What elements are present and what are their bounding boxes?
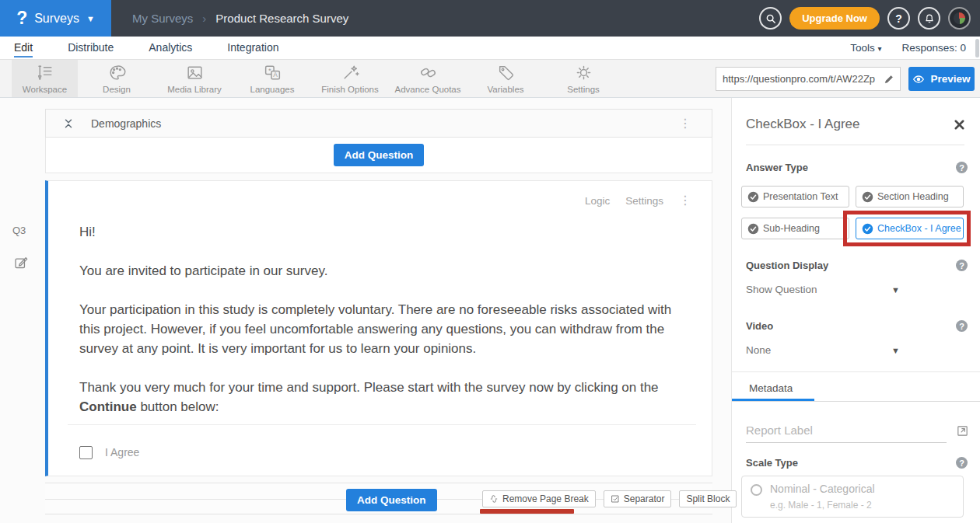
question-number-label: Q3	[12, 225, 26, 236]
scale-type-label: Scale Type	[746, 457, 798, 469]
agree-label: I Agree	[105, 443, 139, 462]
notifications-button[interactable]	[918, 7, 940, 30]
add-question-button-bottom[interactable]: Add Question	[346, 489, 437, 511]
block-menu-icon[interactable]: ⋮	[679, 117, 691, 130]
video-dropdown[interactable]: None ▼	[746, 344, 900, 356]
settings-link[interactable]: Settings	[625, 195, 663, 207]
scale-type-option: Nominal - Categorical	[770, 483, 875, 495]
toolbar-item-finish-options[interactable]: Finish Options	[311, 60, 389, 97]
translate-icon: *A	[263, 63, 282, 82]
paragraph-invite: You are invited to participate in our su…	[79, 261, 677, 281]
answer-type-sub-heading[interactable]: Sub-Heading	[741, 218, 849, 239]
editor-toolbar: Workspace Design Media Library *A Langua…	[0, 60, 980, 98]
broken-link-icon	[489, 494, 499, 504]
breadcrumb: My Surveys › Product Research Survey	[132, 12, 348, 25]
workspace-icon	[35, 63, 54, 82]
chevron-down-icon: ▼	[86, 14, 95, 23]
tab-distribute[interactable]: Distribute	[68, 38, 114, 58]
search-icon	[765, 13, 776, 24]
answer-type-help-icon[interactable]	[956, 162, 968, 173]
toolbar-item-languages[interactable]: *A Languages	[233, 60, 311, 97]
scale-type-help-icon[interactable]	[956, 457, 968, 469]
edit-url-button[interactable]	[878, 74, 900, 85]
responses-count: Responses: 0	[901, 42, 966, 54]
product-switcher[interactable]: ? Surveys ▼	[0, 0, 111, 37]
preview-button[interactable]: Preview	[908, 67, 975, 91]
breadcrumb-my-surveys[interactable]: My Surveys	[132, 12, 193, 25]
gear-icon	[574, 63, 593, 82]
video-help-icon[interactable]	[956, 320, 968, 332]
collapse-block-icon[interactable]	[63, 117, 74, 130]
navbar-right: Tools ▾ Responses: 0	[850, 42, 966, 54]
caret-down-icon: ▾	[877, 44, 881, 53]
panel-divider	[746, 145, 964, 145]
question-text[interactable]: Hi! You are invited to participate in ou…	[48, 181, 712, 462]
toolbar-item-variables[interactable]: Variables	[467, 60, 544, 97]
tab-integration[interactable]: Integration	[227, 38, 278, 58]
magic-wand-icon	[341, 63, 360, 82]
logic-link[interactable]: Logic	[585, 195, 610, 207]
annotation-red-box	[843, 211, 971, 246]
scale-type-radio[interactable]	[751, 484, 762, 496]
separator-button[interactable]: Separator	[604, 490, 672, 507]
scrollbar-thumb[interactable]	[975, 39, 979, 58]
check-circle-icon	[747, 191, 759, 203]
close-panel-button[interactable]	[953, 118, 966, 131]
block-header: Demographics ⋮	[45, 109, 712, 138]
toolbar-item-advance-quotas[interactable]: Advance Quotas	[389, 60, 467, 97]
search-button[interactable]	[759, 7, 782, 30]
tools-menu[interactable]: Tools ▾	[850, 42, 881, 54]
paragraph-thanks: Thank you very much for your time and su…	[79, 378, 677, 417]
scale-type-box: Nominal - Categorical e.g. Male - 1, Fem…	[741, 476, 964, 518]
footer-buttons: Remove Page Break Separator Split Block	[482, 490, 737, 507]
tab-edit[interactable]: Edit	[14, 38, 33, 58]
toolbar-item-design[interactable]: Design	[78, 60, 156, 97]
image-icon	[185, 63, 205, 82]
question-menu-icon[interactable]: ⋮	[679, 194, 691, 207]
questionpro-logo-icon: ?	[16, 9, 27, 27]
product-name: Surveys	[34, 12, 79, 26]
app-window: ? Surveys ▼ My Surveys › Product Researc…	[0, 0, 980, 523]
tag-icon	[496, 63, 516, 82]
report-label-input[interactable]	[746, 422, 947, 443]
answer-type-presentation-text[interactable]: Presentation Text	[741, 186, 849, 207]
topbar-actions: Upgrade Now ?	[759, 7, 980, 30]
upgrade-now-button[interactable]: Upgrade Now	[789, 7, 880, 30]
continue-bold-text: Continue	[79, 399, 137, 414]
breadcrumb-current-survey: Product Research Survey	[215, 12, 348, 25]
block-title: Demographics	[91, 117, 161, 130]
avatar-image	[954, 12, 965, 24]
expand-report-label-button[interactable]	[956, 424, 969, 438]
panel-title: CheckBox - I Agree	[746, 117, 859, 132]
paragraph-body: Your participation in this study is comp…	[79, 300, 677, 358]
chain-links-icon	[418, 63, 438, 82]
survey-url-input[interactable]	[716, 73, 878, 85]
remove-page-break-button[interactable]: Remove Page Break	[482, 490, 596, 507]
question-settings-panel: CheckBox - I Agree Answer Type Presentat…	[731, 98, 980, 523]
question-display-help-icon[interactable]	[956, 260, 968, 271]
question-actions: Logic Settings ⋮	[585, 194, 691, 207]
toolbar-item-settings[interactable]: Settings	[544, 60, 622, 97]
check-circle-icon	[747, 223, 759, 235]
split-block-button[interactable]: Split Block	[679, 490, 737, 507]
question-display-label: Question Display	[746, 260, 828, 271]
tab-analytics[interactable]: Analytics	[149, 38, 192, 58]
check-circle-icon	[862, 191, 873, 203]
toolbar-item-workspace[interactable]: Workspace	[12, 60, 78, 97]
metadata-tab-active-indicator	[732, 399, 814, 401]
tab-metadata[interactable]: Metadata	[749, 382, 793, 394]
caret-down-icon: ▼	[891, 346, 900, 355]
edit-question-button[interactable]	[13, 254, 30, 270]
breadcrumb-separator-icon: ›	[202, 12, 206, 25]
toolbar-item-media-library[interactable]: Media Library	[156, 60, 233, 97]
close-icon	[953, 118, 966, 131]
question-display-dropdown[interactable]: Show Question ▼	[746, 284, 900, 295]
help-button[interactable]: ?	[887, 7, 910, 30]
agree-checkbox[interactable]	[79, 446, 93, 459]
panel-section-divider	[732, 371, 980, 372]
edit-note-icon	[13, 254, 30, 270]
user-avatar[interactable]	[948, 7, 971, 30]
add-question-button-top[interactable]: Add Question	[334, 144, 425, 166]
answer-type-section-heading[interactable]: Section Heading	[856, 186, 964, 207]
block-footer: Add Question Remove Page Break Separator…	[45, 483, 712, 514]
